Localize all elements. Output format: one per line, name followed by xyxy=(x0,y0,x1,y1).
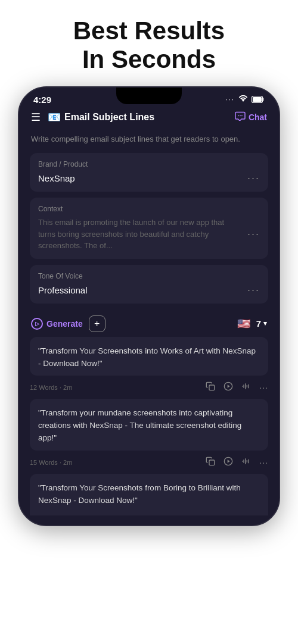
nav-emoji: 📧 xyxy=(48,111,61,124)
chevron-down-icon: ▾ xyxy=(263,320,267,327)
play-icon-2[interactable] xyxy=(224,457,233,468)
svg-point-3 xyxy=(240,115,241,116)
generate-bar: Generate + 🇺🇸 7 ▾ xyxy=(30,310,268,337)
add-button[interactable]: + xyxy=(89,315,105,332)
brand-more-icon[interactable]: ··· xyxy=(243,172,260,185)
result-card-2: "Transform your mundane screenshots into… xyxy=(30,399,268,451)
result-actions-1: ··· xyxy=(206,382,268,393)
waveform-icon-1[interactable] xyxy=(241,382,251,393)
context-field-label: Context xyxy=(38,205,260,213)
context-field-card: Context This email is promoting the laun… xyxy=(30,198,268,259)
svg-point-4 xyxy=(241,115,243,116)
count-selector[interactable]: 7 ▾ xyxy=(256,318,267,329)
more-icon-1[interactable]: ··· xyxy=(259,383,268,392)
context-field-value: This email is promoting the launch of ou… xyxy=(38,217,243,252)
brand-field-row: NexSnap ··· xyxy=(38,172,260,185)
generate-label: Generate xyxy=(46,319,83,329)
hero-title: Best ResultsIn Seconds xyxy=(49,0,249,86)
chat-button[interactable]: Chat xyxy=(235,111,267,123)
context-more-icon[interactable]: ··· xyxy=(243,228,260,240)
notch xyxy=(116,87,182,104)
language-flag[interactable]: 🇺🇸 xyxy=(237,317,250,330)
content-area: Write compelling email subject lines tha… xyxy=(19,130,279,525)
result-text-partial: "Transform Your Screenshots from Boring … xyxy=(38,482,260,507)
nav-left: ☰ 📧 Email Subject Lines xyxy=(31,111,154,124)
result-meta-1: 12 Words · 2m xyxy=(30,378,268,399)
nav-title: Email Subject Lines xyxy=(64,112,154,123)
copy-icon-2[interactable] xyxy=(206,457,215,468)
brand-field-value: NexSnap xyxy=(38,173,75,183)
chat-icon xyxy=(235,111,246,123)
result-wordcount-1: 12 Words · 2m xyxy=(30,384,198,391)
wifi-icon xyxy=(238,95,248,104)
status-icons: ··· xyxy=(225,95,265,104)
chat-label: Chat xyxy=(249,112,267,122)
count-value: 7 xyxy=(256,318,261,329)
generate-button[interactable]: Generate xyxy=(31,318,83,330)
more-icon-2[interactable]: ··· xyxy=(259,458,268,467)
signal-icon: ··· xyxy=(225,95,235,104)
battery-icon xyxy=(252,96,265,103)
context-field-row: This email is promoting the launch of ou… xyxy=(38,217,260,252)
phone-frame: 4:29 ··· ☰ 📧 Email Subject xyxy=(18,86,280,526)
copy-icon-1[interactable] xyxy=(206,382,215,393)
tone-field-label: Tone Of Voice xyxy=(38,272,260,280)
tone-field-row: Professional ··· xyxy=(38,284,260,296)
tone-field-card: Tone Of Voice Professional ··· xyxy=(30,265,268,304)
brand-field-label: Brand / Product xyxy=(38,160,260,168)
tone-more-icon[interactable]: ··· xyxy=(243,284,260,296)
description-text: Write compelling email subject lines tha… xyxy=(30,133,268,145)
svg-rect-8 xyxy=(209,460,215,465)
waveform-icon-2[interactable] xyxy=(241,457,251,468)
result-meta-2: 15 Words · 2m xyxy=(30,453,268,474)
brand-field-card: Brand / Product NexSnap ··· xyxy=(30,153,268,192)
svg-rect-1 xyxy=(253,97,262,102)
status-time: 4:29 xyxy=(33,95,51,105)
svg-rect-5 xyxy=(209,385,215,390)
svg-point-2 xyxy=(238,115,239,116)
nav-bar: ☰ 📧 Email Subject Lines Chat xyxy=(19,107,279,130)
status-bar: 4:29 ··· xyxy=(19,87,279,107)
svg-marker-7 xyxy=(228,385,230,388)
tone-field-value: Professional xyxy=(38,285,88,295)
result-actions-2: ··· xyxy=(206,457,268,468)
result-card-partial: "Transform Your Screenshots from Boring … xyxy=(30,474,268,515)
plus-icon: + xyxy=(94,318,100,329)
result-wordcount-2: 15 Words · 2m xyxy=(30,459,198,466)
nav-title-group: 📧 Email Subject Lines xyxy=(48,111,154,124)
svg-marker-10 xyxy=(228,460,230,463)
hamburger-icon[interactable]: ☰ xyxy=(31,111,41,124)
result-text-1: "Transform Your Screenshots into Works o… xyxy=(38,345,260,370)
result-card-1: "Transform Your Screenshots into Works o… xyxy=(30,337,268,376)
play-icon-1[interactable] xyxy=(224,382,233,393)
result-text-2: "Transform your mundane screenshots into… xyxy=(38,407,260,445)
generate-play-icon xyxy=(31,318,43,330)
